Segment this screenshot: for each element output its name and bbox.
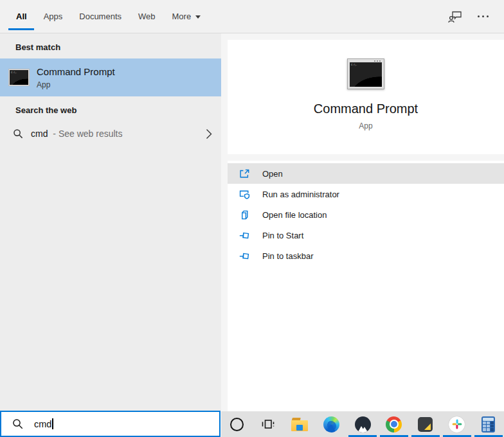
taskbar-vpn-app-button[interactable] [347,411,379,437]
action-open-file-location[interactable]: Open file location [228,204,504,225]
action-area: Open Run as administrator [228,161,504,411]
chrome-icon [386,416,402,433]
web-search-result[interactable]: cmd - See web results [0,121,221,147]
tab-all-label: All [16,12,27,21]
taskbar-cortana-button[interactable] [221,411,253,437]
open-window-icon [239,168,250,179]
best-match-text: Command Prompt App [37,66,115,89]
tab-documents-label: Documents [79,12,122,21]
window-buttons-decoration [379,60,381,62]
file-location-icon [239,210,250,220]
text-cursor [52,418,53,429]
web-result-text: cmd - See web results [31,129,206,139]
taskbar-slack-button[interactable] [441,411,473,437]
vpn-app-icon [355,416,371,433]
chevron-right-icon [206,129,212,139]
pin-icon [239,230,250,241]
taskbar-notes-app-button[interactable] [410,411,441,437]
search-icon [12,418,23,429]
best-match-result[interactable]: Command Prompt App [0,58,221,96]
command-prompt-icon [8,69,30,86]
action-pin-to-taskbar[interactable]: Pin to taskbar [228,245,504,266]
action-list: Open Run as administrator [228,163,504,266]
pin-icon [239,251,250,262]
tab-more[interactable]: More [172,0,201,33]
task-view-icon [261,418,275,431]
action-pin-start-label: Pin to Start [262,231,303,240]
search-filter-bar: All Apps Documents Web More [0,0,504,33]
web-suffix: - See web results [53,129,122,139]
preview-title: Command Prompt [314,102,418,116]
search-icon [13,129,23,139]
taskbar-edge-button[interactable] [316,411,347,437]
web-query: cmd [31,129,48,139]
action-file-location-label: Open file location [262,210,327,220]
best-match-title: Command Prompt [37,66,115,77]
ellipsis-icon [478,15,489,17]
search-web-header: Search the web [0,96,221,115]
slack-icon [449,416,465,433]
tab-web-label: Web [138,12,156,21]
topbar-actions [448,10,504,23]
action-run-as-administrator[interactable]: Run as administrator [228,184,504,204]
windows-search-flyout: All Apps Documents Web More [0,0,504,437]
feedback-button[interactable] [448,10,462,23]
command-prompt-icon [347,58,384,89]
action-run-admin-label: Run as administrator [262,190,339,199]
filter-tabs: All Apps Documents Web More [0,0,201,33]
more-options-button[interactable] [478,15,489,17]
action-pin-to-start[interactable]: Pin to Start [228,225,504,245]
taskbar-file-explorer-button[interactable] [284,411,316,437]
action-open-label: Open [262,169,283,179]
taskbar-chrome-button[interactable] [378,411,410,437]
taskbar-task-view-button[interactable] [253,411,284,437]
preview-card: Command Prompt App [228,40,504,154]
action-open[interactable]: Open [228,163,504,184]
results-panel: Best match Command Prompt App Search the… [0,33,221,411]
tab-apps-label: Apps [44,12,63,21]
edge-icon [323,416,339,433]
preview-subtitle: App [359,121,372,130]
tab-apps[interactable]: Apps [44,0,63,33]
taskbar [221,411,504,437]
tab-more-label: More [172,12,192,21]
taskbar-calculator-button[interactable] [473,411,504,437]
search-input[interactable]: cmd [0,411,221,437]
chevron-down-icon [195,15,201,19]
feedback-icon [448,10,462,23]
action-pin-taskbar-label: Pin to taskbar [262,251,314,261]
preview-panel: Command Prompt App Open [221,33,504,411]
best-match-subtitle: App [37,80,115,89]
notes-app-icon [418,417,433,432]
search-input-value: cmd [34,419,51,429]
best-match-header: Best match [0,33,221,52]
tab-documents[interactable]: Documents [79,0,122,33]
tab-web[interactable]: Web [138,0,156,33]
selected-tab-underline [8,28,34,30]
file-explorer-icon [291,418,308,431]
tab-all[interactable]: All [16,0,27,33]
calculator-icon [482,416,495,433]
cortana-icon [230,418,244,431]
admin-shield-icon [239,189,250,200]
